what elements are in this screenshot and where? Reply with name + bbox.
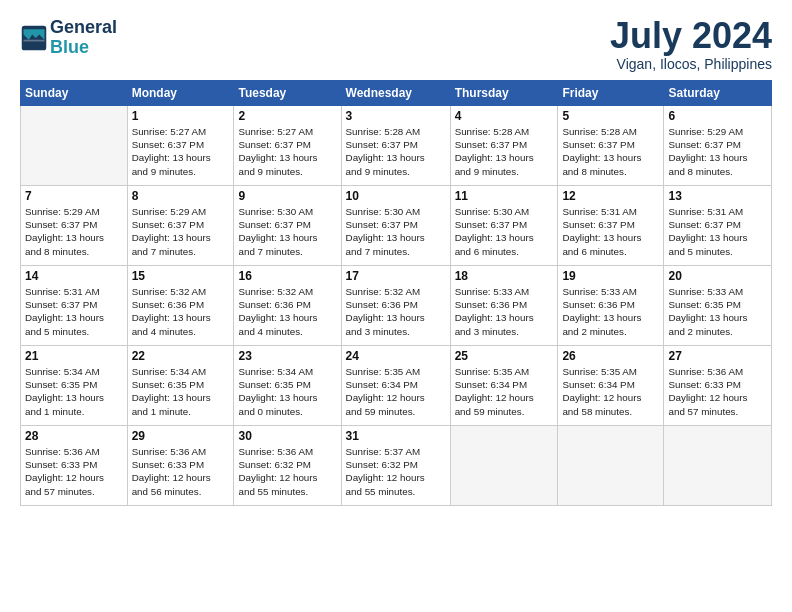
day-number: 13 bbox=[668, 189, 767, 203]
calendar-cell: 29Sunrise: 5:36 AMSunset: 6:33 PMDayligh… bbox=[127, 426, 234, 506]
day-info: Sunrise: 5:36 AMSunset: 6:33 PMDaylight:… bbox=[132, 445, 230, 498]
day-info: Sunrise: 5:33 AMSunset: 6:36 PMDaylight:… bbox=[562, 285, 659, 338]
location: Vigan, Ilocos, Philippines bbox=[610, 56, 772, 72]
day-info: Sunrise: 5:28 AMSunset: 6:37 PMDaylight:… bbox=[346, 125, 446, 178]
day-number: 4 bbox=[455, 109, 554, 123]
calendar-cell: 16Sunrise: 5:32 AMSunset: 6:36 PMDayligh… bbox=[234, 266, 341, 346]
calendar-cell: 8Sunrise: 5:29 AMSunset: 6:37 PMDaylight… bbox=[127, 186, 234, 266]
day-info: Sunrise: 5:36 AMSunset: 6:33 PMDaylight:… bbox=[668, 365, 767, 418]
week-row-5: 28Sunrise: 5:36 AMSunset: 6:33 PMDayligh… bbox=[21, 426, 772, 506]
calendar-cell: 6Sunrise: 5:29 AMSunset: 6:37 PMDaylight… bbox=[664, 106, 772, 186]
logo-icon bbox=[20, 24, 48, 52]
calendar-cell: 19Sunrise: 5:33 AMSunset: 6:36 PMDayligh… bbox=[558, 266, 664, 346]
logo-text: General Blue bbox=[50, 18, 117, 58]
calendar-cell: 3Sunrise: 5:28 AMSunset: 6:37 PMDaylight… bbox=[341, 106, 450, 186]
day-number: 6 bbox=[668, 109, 767, 123]
day-info: Sunrise: 5:30 AMSunset: 6:37 PMDaylight:… bbox=[346, 205, 446, 258]
day-number: 14 bbox=[25, 269, 123, 283]
day-info: Sunrise: 5:28 AMSunset: 6:37 PMDaylight:… bbox=[455, 125, 554, 178]
calendar-cell: 23Sunrise: 5:34 AMSunset: 6:35 PMDayligh… bbox=[234, 346, 341, 426]
day-number: 15 bbox=[132, 269, 230, 283]
weekday-header-friday: Friday bbox=[558, 81, 664, 106]
calendar-cell: 1Sunrise: 5:27 AMSunset: 6:37 PMDaylight… bbox=[127, 106, 234, 186]
day-info: Sunrise: 5:36 AMSunset: 6:33 PMDaylight:… bbox=[25, 445, 123, 498]
calendar-cell: 14Sunrise: 5:31 AMSunset: 6:37 PMDayligh… bbox=[21, 266, 128, 346]
page: General Blue July 2024 Vigan, Ilocos, Ph… bbox=[0, 0, 792, 612]
day-number: 26 bbox=[562, 349, 659, 363]
calendar-cell: 26Sunrise: 5:35 AMSunset: 6:34 PMDayligh… bbox=[558, 346, 664, 426]
calendar-header-row: SundayMondayTuesdayWednesdayThursdayFrid… bbox=[21, 81, 772, 106]
logo-line1: General bbox=[50, 18, 117, 38]
calendar-cell: 2Sunrise: 5:27 AMSunset: 6:37 PMDaylight… bbox=[234, 106, 341, 186]
day-number: 20 bbox=[668, 269, 767, 283]
day-number: 3 bbox=[346, 109, 446, 123]
day-info: Sunrise: 5:32 AMSunset: 6:36 PMDaylight:… bbox=[346, 285, 446, 338]
day-info: Sunrise: 5:27 AMSunset: 6:37 PMDaylight:… bbox=[132, 125, 230, 178]
day-info: Sunrise: 5:30 AMSunset: 6:37 PMDaylight:… bbox=[455, 205, 554, 258]
day-info: Sunrise: 5:28 AMSunset: 6:37 PMDaylight:… bbox=[562, 125, 659, 178]
day-number: 28 bbox=[25, 429, 123, 443]
calendar-cell: 27Sunrise: 5:36 AMSunset: 6:33 PMDayligh… bbox=[664, 346, 772, 426]
day-number: 2 bbox=[238, 109, 336, 123]
calendar-cell: 24Sunrise: 5:35 AMSunset: 6:34 PMDayligh… bbox=[341, 346, 450, 426]
calendar-cell: 15Sunrise: 5:32 AMSunset: 6:36 PMDayligh… bbox=[127, 266, 234, 346]
day-info: Sunrise: 5:33 AMSunset: 6:36 PMDaylight:… bbox=[455, 285, 554, 338]
day-info: Sunrise: 5:37 AMSunset: 6:32 PMDaylight:… bbox=[346, 445, 446, 498]
day-number: 19 bbox=[562, 269, 659, 283]
calendar-cell: 11Sunrise: 5:30 AMSunset: 6:37 PMDayligh… bbox=[450, 186, 558, 266]
day-number: 5 bbox=[562, 109, 659, 123]
calendar-cell: 5Sunrise: 5:28 AMSunset: 6:37 PMDaylight… bbox=[558, 106, 664, 186]
day-info: Sunrise: 5:35 AMSunset: 6:34 PMDaylight:… bbox=[346, 365, 446, 418]
calendar-cell: 21Sunrise: 5:34 AMSunset: 6:35 PMDayligh… bbox=[21, 346, 128, 426]
day-number: 10 bbox=[346, 189, 446, 203]
calendar-cell: 20Sunrise: 5:33 AMSunset: 6:35 PMDayligh… bbox=[664, 266, 772, 346]
day-info: Sunrise: 5:33 AMSunset: 6:35 PMDaylight:… bbox=[668, 285, 767, 338]
calendar-cell: 30Sunrise: 5:36 AMSunset: 6:32 PMDayligh… bbox=[234, 426, 341, 506]
calendar-cell: 4Sunrise: 5:28 AMSunset: 6:37 PMDaylight… bbox=[450, 106, 558, 186]
day-info: Sunrise: 5:34 AMSunset: 6:35 PMDaylight:… bbox=[25, 365, 123, 418]
day-number: 12 bbox=[562, 189, 659, 203]
calendar-cell: 17Sunrise: 5:32 AMSunset: 6:36 PMDayligh… bbox=[341, 266, 450, 346]
day-number: 16 bbox=[238, 269, 336, 283]
calendar-cell: 13Sunrise: 5:31 AMSunset: 6:37 PMDayligh… bbox=[664, 186, 772, 266]
day-info: Sunrise: 5:35 AMSunset: 6:34 PMDaylight:… bbox=[455, 365, 554, 418]
day-info: Sunrise: 5:31 AMSunset: 6:37 PMDaylight:… bbox=[668, 205, 767, 258]
day-info: Sunrise: 5:31 AMSunset: 6:37 PMDaylight:… bbox=[562, 205, 659, 258]
day-number: 31 bbox=[346, 429, 446, 443]
month-title: July 2024 bbox=[610, 18, 772, 54]
day-info: Sunrise: 5:30 AMSunset: 6:37 PMDaylight:… bbox=[238, 205, 336, 258]
day-info: Sunrise: 5:36 AMSunset: 6:32 PMDaylight:… bbox=[238, 445, 336, 498]
day-number: 11 bbox=[455, 189, 554, 203]
calendar-cell: 9Sunrise: 5:30 AMSunset: 6:37 PMDaylight… bbox=[234, 186, 341, 266]
day-number: 24 bbox=[346, 349, 446, 363]
logo-line2: Blue bbox=[50, 37, 89, 57]
day-number: 8 bbox=[132, 189, 230, 203]
day-info: Sunrise: 5:29 AMSunset: 6:37 PMDaylight:… bbox=[668, 125, 767, 178]
day-number: 30 bbox=[238, 429, 336, 443]
weekday-header-sunday: Sunday bbox=[21, 81, 128, 106]
svg-rect-2 bbox=[24, 40, 45, 42]
calendar-cell: 18Sunrise: 5:33 AMSunset: 6:36 PMDayligh… bbox=[450, 266, 558, 346]
weekday-header-wednesday: Wednesday bbox=[341, 81, 450, 106]
calendar-cell bbox=[21, 106, 128, 186]
day-number: 18 bbox=[455, 269, 554, 283]
week-row-2: 7Sunrise: 5:29 AMSunset: 6:37 PMDaylight… bbox=[21, 186, 772, 266]
day-number: 29 bbox=[132, 429, 230, 443]
day-info: Sunrise: 5:27 AMSunset: 6:37 PMDaylight:… bbox=[238, 125, 336, 178]
day-info: Sunrise: 5:29 AMSunset: 6:37 PMDaylight:… bbox=[25, 205, 123, 258]
calendar-cell: 7Sunrise: 5:29 AMSunset: 6:37 PMDaylight… bbox=[21, 186, 128, 266]
week-row-4: 21Sunrise: 5:34 AMSunset: 6:35 PMDayligh… bbox=[21, 346, 772, 426]
weekday-header-thursday: Thursday bbox=[450, 81, 558, 106]
day-info: Sunrise: 5:31 AMSunset: 6:37 PMDaylight:… bbox=[25, 285, 123, 338]
day-info: Sunrise: 5:29 AMSunset: 6:37 PMDaylight:… bbox=[132, 205, 230, 258]
day-info: Sunrise: 5:32 AMSunset: 6:36 PMDaylight:… bbox=[238, 285, 336, 338]
day-number: 9 bbox=[238, 189, 336, 203]
day-info: Sunrise: 5:35 AMSunset: 6:34 PMDaylight:… bbox=[562, 365, 659, 418]
day-number: 17 bbox=[346, 269, 446, 283]
day-info: Sunrise: 5:34 AMSunset: 6:35 PMDaylight:… bbox=[132, 365, 230, 418]
weekday-header-tuesday: Tuesday bbox=[234, 81, 341, 106]
calendar-cell: 25Sunrise: 5:35 AMSunset: 6:34 PMDayligh… bbox=[450, 346, 558, 426]
day-number: 22 bbox=[132, 349, 230, 363]
day-number: 21 bbox=[25, 349, 123, 363]
header: General Blue July 2024 Vigan, Ilocos, Ph… bbox=[20, 18, 772, 72]
